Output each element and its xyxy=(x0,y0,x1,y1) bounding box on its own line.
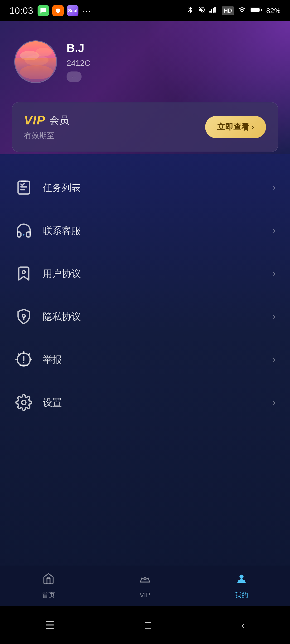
battery-percent: 82% xyxy=(266,7,280,15)
sys-nav-menu[interactable]: ☰ xyxy=(45,619,55,631)
bluetooth-icon xyxy=(187,6,194,16)
status-time: 10:03 xyxy=(10,6,33,16)
vip-label: VIP xyxy=(24,113,45,127)
vip-validity: 有效期至 xyxy=(24,130,69,141)
profile-name: B.J xyxy=(67,42,90,54)
svg-line-22 xyxy=(18,354,19,355)
shield-icon xyxy=(14,307,33,326)
chevron-right-icon-support: › xyxy=(273,226,276,236)
vip-cta-label: 立即查看 xyxy=(217,122,249,132)
vip-card[interactable]: VIP 会员 有效期至 立即查看 › xyxy=(12,102,278,152)
status-bar: 10:03 Soul ··· xyxy=(0,0,290,21)
vip-title-row: VIP 会员 xyxy=(24,113,69,127)
hd-badge: HD xyxy=(222,6,234,15)
svg-rect-3 xyxy=(213,8,214,12)
svg-point-10 xyxy=(36,48,52,56)
menu-label-privacy-policy: 隐私协议 xyxy=(43,310,273,323)
signal-icon xyxy=(209,6,218,16)
menu-label-settings: 设置 xyxy=(43,396,273,409)
nav-item-vip[interactable]: VIP xyxy=(125,571,165,601)
chevron-right-icon-task: › xyxy=(273,182,276,193)
chevron-right-icon-settings: › xyxy=(273,398,276,408)
sys-nav-back[interactable]: ‹ xyxy=(241,619,245,631)
status-dots: ··· xyxy=(83,6,91,15)
system-nav-bar: ☰ □ ‹ xyxy=(0,606,290,644)
menu-section: 任务列表 › 联系客服 › xyxy=(0,166,290,424)
status-right: HD 82% xyxy=(187,6,280,16)
crown-icon xyxy=(139,573,151,588)
svg-rect-7 xyxy=(261,9,262,11)
messages-app-icon xyxy=(38,5,49,16)
chevron-right-icon-privacy: › xyxy=(273,312,276,322)
menu-item-privacy-policy[interactable]: 隐私协议 › xyxy=(0,295,290,338)
person-icon xyxy=(235,572,248,588)
menu-item-settings[interactable]: 设置 › xyxy=(0,381,290,424)
svg-point-12 xyxy=(20,65,53,79)
profile-info: B.J 2412C ··· xyxy=(67,42,90,82)
menu-label-user-agreement: 用户协议 xyxy=(43,267,273,280)
soul-app-icon: Soul xyxy=(67,5,79,16)
vip-card-left: VIP 会员 有效期至 xyxy=(24,113,69,141)
main-content: B.J 2412C ··· VIP 会员 有效期至 立即查看 › xyxy=(0,21,290,644)
status-left: 10:03 Soul ··· xyxy=(10,5,91,16)
svg-point-11 xyxy=(25,55,49,66)
menu-item-report[interactable]: 举报 › xyxy=(0,338,290,381)
headset-icon xyxy=(14,221,33,240)
sys-nav-home[interactable]: □ xyxy=(145,619,151,631)
menu-item-user-agreement[interactable]: 用户协议 › xyxy=(0,252,290,295)
profile-section: B.J 2412C ··· xyxy=(0,21,290,97)
battery-icon xyxy=(250,6,262,15)
svg-point-14 xyxy=(23,234,25,236)
svg-point-25 xyxy=(23,362,25,363)
chevron-right-icon-report: › xyxy=(273,354,276,365)
app2-icon xyxy=(52,5,64,16)
menu-label-report: 举报 xyxy=(43,353,273,366)
vip-cta-arrow: › xyxy=(252,123,254,131)
nav-item-mine[interactable]: 我的 xyxy=(221,570,262,602)
menu-item-task-list[interactable]: 任务列表 › xyxy=(0,166,290,209)
bottom-nav: 首页 VIP 我的 xyxy=(0,566,290,606)
vip-member-label: 会员 xyxy=(49,114,69,127)
svg-point-27 xyxy=(22,400,26,405)
avatar[interactable] xyxy=(14,40,57,83)
svg-rect-4 xyxy=(214,7,216,12)
clipboard-icon xyxy=(14,178,33,197)
home-icon xyxy=(42,572,55,588)
svg-rect-2 xyxy=(211,9,212,12)
alert-icon xyxy=(14,350,33,369)
gear-icon xyxy=(14,393,33,412)
avatar-image xyxy=(15,41,56,82)
chevron-right-icon-agreement: › xyxy=(273,268,276,279)
status-app-icons: Soul xyxy=(38,5,79,16)
wifi-icon xyxy=(238,6,246,16)
svg-point-0 xyxy=(56,8,60,13)
menu-item-contact-support[interactable]: 联系客服 › xyxy=(0,209,290,252)
nav-label-vip: VIP xyxy=(140,591,150,599)
nav-label-home: 首页 xyxy=(42,590,55,600)
svg-rect-13 xyxy=(18,181,30,194)
profile-badge: ··· xyxy=(67,72,82,82)
svg-point-15 xyxy=(22,271,25,274)
profile-id: 2412C xyxy=(67,58,90,68)
svg-rect-6 xyxy=(250,8,259,12)
menu-label-task-list: 任务列表 xyxy=(43,181,273,194)
nav-item-home[interactable]: 首页 xyxy=(28,570,69,602)
vip-cta-button[interactable]: 立即查看 › xyxy=(205,116,266,138)
menu-label-contact-support: 联系客服 xyxy=(43,224,273,237)
svg-point-29 xyxy=(239,574,243,578)
svg-rect-8 xyxy=(15,41,57,83)
nav-label-mine: 我的 xyxy=(235,590,248,600)
svg-point-28 xyxy=(144,577,146,579)
svg-line-23 xyxy=(28,354,29,355)
svg-rect-1 xyxy=(209,11,211,12)
bookmark-icon xyxy=(14,264,33,283)
mute-icon xyxy=(198,6,206,16)
